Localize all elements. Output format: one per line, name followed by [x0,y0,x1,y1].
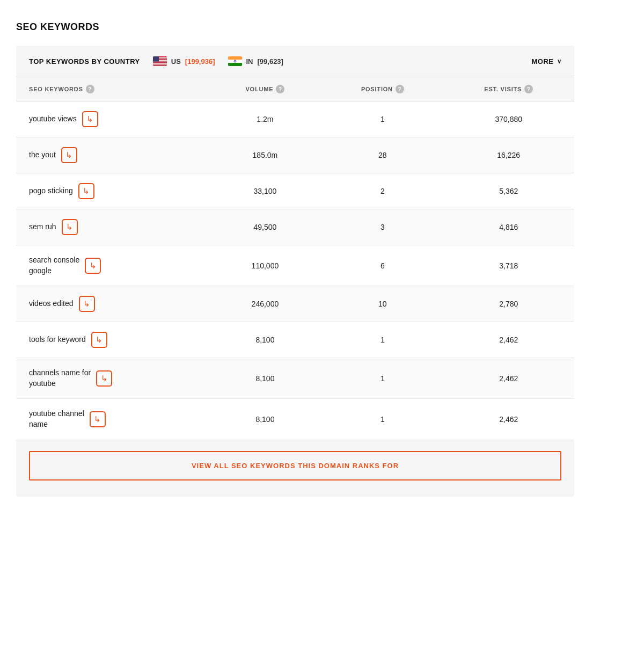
us-flag-icon [153,56,167,66]
volume-cell: 246,000 [208,286,323,322]
country-header: TOP KEYWORDS BY COUNTRY US [199,936] [16,46,574,77]
keyword-text: youtube views [29,114,77,125]
svg-rect-13 [153,56,159,62]
keyword-link-button[interactable]: ↳ [61,147,77,163]
position-help-icon[interactable]: ? [396,85,404,93]
table-row: channels name foryoutube ↳ 8,10012,462 [16,358,574,399]
keywords-help-icon[interactable]: ? [86,85,94,93]
position-cell: 28 [322,137,443,173]
keyword-text: youtube channelname [29,409,84,429]
est-visits-cell: 2,462 [443,358,574,399]
seo-keywords-widget: TOP KEYWORDS BY COUNTRY US [199,936] [16,46,574,497]
keyword-cell: videos edited ↳ [16,286,208,322]
keyword-link-button[interactable]: ↳ [78,183,94,199]
position-cell: 10 [322,286,443,322]
more-button[interactable]: MORE ∨ [532,57,562,65]
table-row: videos edited ↳ 246,000102,780 [16,286,574,322]
volume-cell: 110,000 [208,245,323,286]
volume-cell: 1.2m [208,101,323,137]
page-title: SEO KEYWORDS [16,21,574,33]
svg-rect-7 [153,62,167,62]
keyword-link-button[interactable]: ↳ [62,219,78,235]
keyword-cell: youtube views ↳ [16,101,208,137]
keyword-cell: sem ruh ↳ [16,209,208,245]
chevron-down-icon: ∨ [557,58,562,65]
keyword-text: search consolegoogle [29,255,79,276]
keyword-text: pogo sticking [29,186,73,196]
keyword-link-button[interactable]: ↳ [91,332,107,348]
col-keywords: SEO KEYWORDS ? [16,77,208,101]
keyword-link-button[interactable]: ↳ [85,258,101,274]
est-visits-cell: 3,718 [443,245,574,286]
svg-rect-12 [153,65,167,66]
in-flag-icon [228,56,242,66]
keyword-link-button[interactable]: ↳ [79,296,95,312]
position-cell: 1 [322,322,443,358]
us-code: US [171,57,181,65]
keyword-cell: the yout ↳ [16,137,208,173]
table-row: search consolegoogle ↳ 110,00063,718 [16,245,574,286]
keyword-text: the yout [29,150,56,161]
col-volume: VOLUME ? [208,77,323,101]
keyword-link-button[interactable]: ↳ [90,411,106,427]
table-row: tools for keyword ↳ 8,10012,462 [16,322,574,358]
est-visits-cell: 2,462 [443,322,574,358]
table-row: the yout ↳ 185.0m2816,226 [16,137,574,173]
keywords-table: SEO KEYWORDS ? VOLUME ? POSITION ? [16,77,574,440]
keyword-cell: channels name foryoutube ↳ [16,358,208,399]
view-all-button[interactable]: VIEW ALL SEO KEYWORDS THIS DOMAIN RANKS … [29,451,561,480]
est-visits-cell: 2,462 [443,399,574,440]
keyword-text: channels name foryoutube [29,368,91,389]
position-cell: 1 [322,358,443,399]
table-row: sem ruh ↳ 49,50034,816 [16,209,574,245]
col-position: POSITION ? [322,77,443,101]
volume-help-icon[interactable]: ? [276,85,284,93]
us-count: [199,936] [185,57,215,65]
est-visits-cell: 16,226 [443,137,574,173]
in-code: IN [246,57,253,65]
table-header-row: SEO KEYWORDS ? VOLUME ? POSITION ? [16,77,574,101]
svg-rect-8 [153,62,167,63]
keyword-cell: pogo sticking ↳ [16,173,208,209]
country-in[interactable]: IN [99,623] [228,56,283,66]
table-row: pogo sticking ↳ 33,10025,362 [16,173,574,209]
volume-cell: 185.0m [208,137,323,173]
svg-rect-10 [153,64,167,64]
est-visits-cell: 5,362 [443,173,574,209]
country-us[interactable]: US [199,936] [153,56,215,66]
position-cell: 2 [322,173,443,209]
svg-rect-16 [228,63,242,66]
position-cell: 1 [322,399,443,440]
table-row: youtube channelname ↳ 8,10012,462 [16,399,574,440]
position-cell: 3 [322,209,443,245]
keyword-link-button[interactable]: ↳ [96,370,112,387]
keyword-text: sem ruh [29,222,56,232]
svg-rect-9 [153,63,167,63]
keyword-link-button[interactable]: ↳ [82,111,98,127]
table-row: youtube views ↳ 1.2m1370,880 [16,101,574,137]
svg-rect-11 [153,64,167,65]
est-visits-cell: 4,816 [443,209,574,245]
position-cell: 6 [322,245,443,286]
keyword-text: tools for keyword [29,334,86,345]
in-count: [99,623] [258,57,283,65]
est-visits-help-icon[interactable]: ? [524,85,533,93]
more-label: MORE [532,57,554,65]
keyword-cell: search consolegoogle ↳ [16,245,208,286]
volume-cell: 8,100 [208,322,323,358]
est-visits-cell: 370,880 [443,101,574,137]
volume-cell: 49,500 [208,209,323,245]
col-est-visits: EST. VISITS ? [443,77,574,101]
est-visits-cell: 2,780 [443,286,574,322]
keyword-cell: tools for keyword ↳ [16,322,208,358]
keyword-text: videos edited [29,298,74,309]
volume-cell: 33,100 [208,173,323,209]
volume-cell: 8,100 [208,358,323,399]
position-cell: 1 [322,101,443,137]
volume-cell: 8,100 [208,399,323,440]
section-title: TOP KEYWORDS BY COUNTRY [29,57,140,65]
svg-rect-14 [228,56,242,60]
svg-point-18 [235,61,235,62]
keyword-cell: youtube channelname ↳ [16,399,208,440]
